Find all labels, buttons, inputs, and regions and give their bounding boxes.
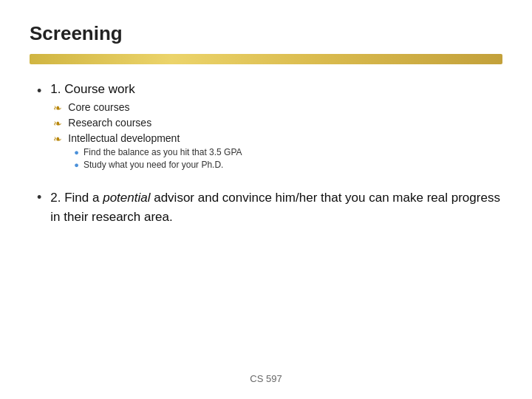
bullet-2-prefix: 2. Find a xyxy=(50,191,103,205)
slide: Screening • 1. Course work ❧ Core course… xyxy=(0,0,532,399)
bullet-2-italic: potential xyxy=(103,191,150,205)
sub-dot-research: ❧ xyxy=(53,117,62,129)
sub-item-research: ❧ Research courses xyxy=(53,117,242,129)
sub-item-core-label: Core courses xyxy=(68,101,129,113)
slide-title: Screening xyxy=(30,22,502,45)
sub-item-intellectual-label: Intellectual development xyxy=(68,132,180,144)
sub-dot-intellectual: ❧ xyxy=(53,133,62,145)
sub-item-intellectual-content: Intellectual development ● Find the bala… xyxy=(68,132,242,172)
sub-sub-list: ● Find the balance as you hit that 3.5 G… xyxy=(74,147,242,170)
bullet-item-2: • 2. Find a potential advisor and convin… xyxy=(37,188,502,226)
bullet-2-content: 2. Find a potential advisor and convince… xyxy=(50,188,502,226)
sub-list-1: ❧ Core courses ❧ Research courses ❧ Inte… xyxy=(53,101,242,172)
sub-dot-core: ❧ xyxy=(53,102,62,114)
sub-sub-item-2: ● Study what you need for your Ph.D. xyxy=(74,160,242,170)
sub-sub-dot-2: ● xyxy=(74,160,79,169)
sub-item-core: ❧ Core courses xyxy=(53,101,242,114)
sub-sub-label-2: Study what you need for your Ph.D. xyxy=(83,160,223,170)
sub-item-research-label: Research courses xyxy=(68,117,151,129)
bullet-1-label: 1. Course work xyxy=(50,82,134,96)
sub-sub-dot-1: ● xyxy=(74,148,79,157)
sub-sub-item-1: ● Find the balance as you hit that 3.5 G… xyxy=(74,147,242,157)
bullet-1-content: 1. Course work ❧ Core courses ❧ Research… xyxy=(50,82,242,175)
content-area: • 1. Course work ❧ Core courses ❧ Resear… xyxy=(30,82,502,226)
bullet-dot-2: • xyxy=(37,190,41,205)
sub-sub-label-1: Find the balance as you hit that 3.5 GPA xyxy=(83,147,242,157)
bullet-dot-1: • xyxy=(37,83,41,99)
gold-divider xyxy=(30,54,502,64)
slide-footer: CS 597 xyxy=(250,373,282,384)
sub-item-intellectual: ❧ Intellectual development ● Find the ba… xyxy=(53,132,242,172)
bullet-item-1: • 1. Course work ❧ Core courses ❧ Resear… xyxy=(37,82,502,175)
